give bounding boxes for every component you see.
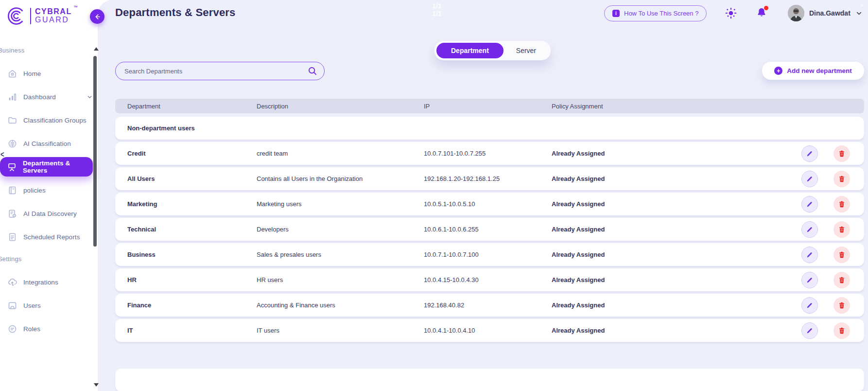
page-indicator-bottom: 1/1 [422,10,451,18]
column-header-ip: IP [424,103,552,110]
delete-button[interactable] [833,297,850,314]
edit-button[interactable] [801,171,818,187]
sidebar-item-classification-groups[interactable]: Classification Groups [0,108,98,132]
cell-department: Business [127,251,257,258]
cell-department: Credit [127,150,257,157]
sidebar-item-dashboard[interactable]: Dashboard [0,85,98,108]
brand-logo[interactable]: CYBRAL GUARD ™ [0,0,98,26]
search-icon[interactable] [307,66,318,76]
cell-ip: 10.0.7.101-10.0.7.255 [424,150,552,157]
delete-button[interactable] [833,247,850,263]
delete-button[interactable] [833,171,850,187]
cell-policy-assignment: Already Assigned [552,200,779,208]
sidebar-item-departments-servers[interactable]: Departments & Servers [0,157,93,177]
column-header-department: Department [127,103,257,110]
delete-button[interactable] [833,221,850,238]
pencil-icon [806,251,814,259]
delete-button[interactable] [833,145,850,162]
edit-button[interactable] [801,297,818,314]
delete-button[interactable] [833,272,850,288]
help-button[interactable]: i How To Use This Screen ? [604,5,707,21]
tab-department[interactable]: Department [436,43,503,58]
delete-button[interactable] [833,196,850,213]
edit-button[interactable] [801,247,818,263]
sidebar-item-users[interactable]: Users [0,294,98,317]
cell-description: IT users [257,327,424,334]
cell-ip: 192.168.1.20-192.168.1.25 [424,175,552,182]
tab-server[interactable]: Server [503,43,549,58]
cell-ip: 10.0.5.1-10.0.5.10 [424,200,552,208]
table-header-row: Department Description IP Policy Assignm… [115,99,864,113]
add-department-label: Add new department [787,67,852,74]
users-icon [7,300,17,311]
pencil-icon [806,150,814,158]
page-indicator-top: 1/1 [422,2,451,10]
sidebar-item-label: Roles [23,325,40,333]
cell-policy-assignment: Already Assigned [552,150,779,157]
scroll-up-arrow-icon[interactable] [94,47,99,51]
arrow-left-icon [94,13,101,20]
sidebar-item-integrations[interactable]: Integrations [0,270,98,294]
sidebar: CYBRAL GUARD ™ BusinessHomeDashboardClas… [0,0,98,391]
edit-button[interactable] [801,196,818,213]
sidebar-nav: BusinessHomeDashboardClassification Grou… [0,47,98,340]
logo-divider [30,8,31,24]
scroll-down-arrow-icon[interactable] [94,383,99,387]
cell-ip: 192.168.40.82 [424,302,552,309]
chevron-down-icon[interactable] [87,94,93,100]
page-indicators: 1/1 1/1 [422,2,451,18]
folder-icon [7,115,17,125]
user-menu[interactable]: Dina.Gawdat [788,5,863,21]
table-row: Marketing Marketing users 10.0.5.1-10.0.… [115,193,864,215]
view-toggle: DepartmentServer [434,41,551,60]
trash-icon [838,251,846,259]
pencil-icon [806,276,814,284]
edit-button[interactable] [801,221,818,238]
edit-button[interactable] [801,322,818,339]
column-header-policy: Policy Assignment [552,103,779,110]
sidebar-item-label: Home [23,70,41,77]
sidebar-item-home[interactable]: Home [0,62,98,85]
trash-icon [838,327,846,335]
cell-policy-assignment: Already Assigned [552,175,779,182]
report-icon [7,231,17,242]
help-button-label: How To Use This Screen ? [624,10,698,17]
pencil-icon [806,200,814,208]
table-row: Non-department users [115,117,864,140]
username: Dina.Gawdat [809,9,851,17]
sidebar-item-scheduled-reports[interactable]: Scheduled Reports [0,225,98,249]
chevron-down-icon [855,10,863,17]
sidebar-item-ai-classification[interactable]: AI Classification [0,132,98,155]
cell-department: Technical [127,226,257,233]
sidebar-item-label: Scheduled Reports [23,233,80,241]
sidebar-item-policies[interactable]: policies [0,178,98,202]
notifications-button[interactable] [755,6,768,20]
delete-button[interactable] [833,322,850,339]
cell-department: IT [127,327,257,334]
table-row: IT IT users 10.0.4.1-10.0.4.10 Already A… [115,319,864,342]
book-icon [7,185,17,196]
table-row: Finance Accounting & Finance users 192.1… [115,294,864,317]
cell-department: Finance [127,302,257,309]
cloud-sync-icon [7,277,17,287]
submenu-collapse-icon[interactable]: < [0,150,4,159]
brand-logo-icon [6,6,26,26]
edit-button[interactable] [801,272,818,288]
search-input[interactable] [115,62,325,80]
column-header-description: Description [257,103,424,110]
sidebar-item-ai-data-discovery[interactable]: AI Data Discovery [0,202,98,225]
brand-name-top: CYBRAL [35,8,72,16]
cell-department: All Users [127,175,257,182]
theme-toggle-button[interactable] [725,7,737,19]
sidebar-item-roles[interactable]: Roles [0,317,98,340]
table-row: Business Sales & presales users 10.0.7.1… [115,243,864,266]
sidebar-item-label: AI Data Discovery [23,210,77,217]
sidebar-collapse-button[interactable] [90,9,104,24]
sidebar-item-label: Classification Groups [23,117,87,124]
roles-icon [7,323,17,334]
edit-button[interactable] [801,145,818,162]
table-row-partial [115,369,864,391]
sidebar-scrollbar-thumb[interactable] [93,56,97,247]
cell-description: HR users [257,276,424,284]
add-department-button[interactable]: + Add new department [762,62,864,80]
